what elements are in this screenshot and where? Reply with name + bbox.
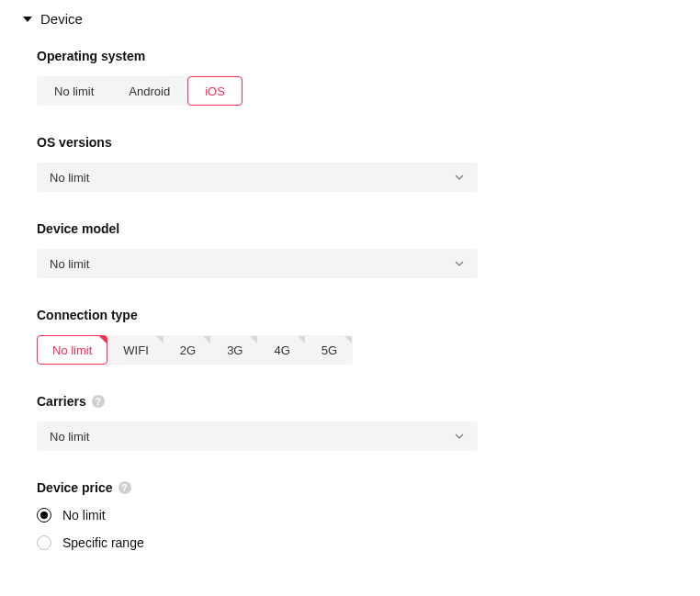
radio-label: No limit	[62, 508, 106, 523]
device-price-label-text: Device price	[37, 480, 113, 495]
device-price-option-specific-range[interactable]: Specific range	[37, 535, 678, 550]
connection-option-wifi[interactable]: WIFI	[107, 335, 164, 365]
chevron-down-icon	[454, 431, 465, 442]
connection-type-label: Connection type	[37, 308, 678, 322]
connection-option-2g[interactable]: 2G	[164, 335, 211, 365]
device-price-group: Device price ? No limit Specific range	[37, 480, 678, 550]
connection-option-3g[interactable]: 3G	[211, 335, 258, 365]
connection-option-no-limit[interactable]: No limit	[37, 335, 107, 365]
help-icon[interactable]: ?	[119, 481, 131, 494]
chevron-down-icon	[454, 258, 465, 269]
svg-marker-0	[23, 17, 32, 22]
connection-option-4g[interactable]: 4G	[258, 335, 305, 365]
operating-system-segmented: No limit Android iOS	[37, 76, 243, 106]
os-versions-select[interactable]: No limit	[37, 163, 478, 192]
device-model-label: Device model	[37, 221, 678, 236]
carriers-label: Carriers ?	[37, 394, 678, 409]
connection-type-segmented: No limit WIFI 2G 3G 4G 5G	[37, 335, 353, 365]
help-icon[interactable]: ?	[92, 395, 105, 408]
caret-down-icon	[22, 14, 33, 25]
os-option-ios[interactable]: iOS	[187, 76, 243, 106]
device-section-header[interactable]: Device	[22, 11, 678, 27]
connection-option-5g[interactable]: 5G	[306, 335, 353, 365]
radio-label: Specific range	[62, 535, 144, 550]
operating-system-group: Operating system No limit Android iOS	[37, 49, 678, 106]
radio-icon	[37, 535, 51, 550]
os-versions-value: No limit	[50, 171, 89, 185]
radio-icon	[37, 508, 51, 523]
device-price-radio-group: No limit Specific range	[37, 508, 678, 550]
carriers-label-text: Carriers	[37, 394, 86, 409]
os-option-android[interactable]: Android	[111, 76, 187, 106]
os-option-no-limit[interactable]: No limit	[37, 76, 111, 106]
device-model-group: Device model No limit	[37, 221, 678, 278]
os-versions-group: OS versions No limit	[37, 135, 678, 192]
carriers-select[interactable]: No limit	[37, 422, 478, 451]
os-versions-label: OS versions	[37, 135, 678, 150]
device-price-option-no-limit[interactable]: No limit	[37, 508, 678, 523]
device-price-label: Device price ?	[37, 480, 678, 495]
operating-system-label: Operating system	[37, 49, 678, 63]
carriers-group: Carriers ? No limit	[37, 394, 678, 451]
device-model-select[interactable]: No limit	[37, 249, 478, 278]
carriers-value: No limit	[50, 430, 89, 444]
chevron-down-icon	[454, 172, 465, 183]
connection-type-group: Connection type No limit WIFI 2G 3G 4G 5…	[37, 308, 678, 365]
device-model-value: No limit	[50, 257, 89, 271]
section-title: Device	[40, 11, 83, 27]
